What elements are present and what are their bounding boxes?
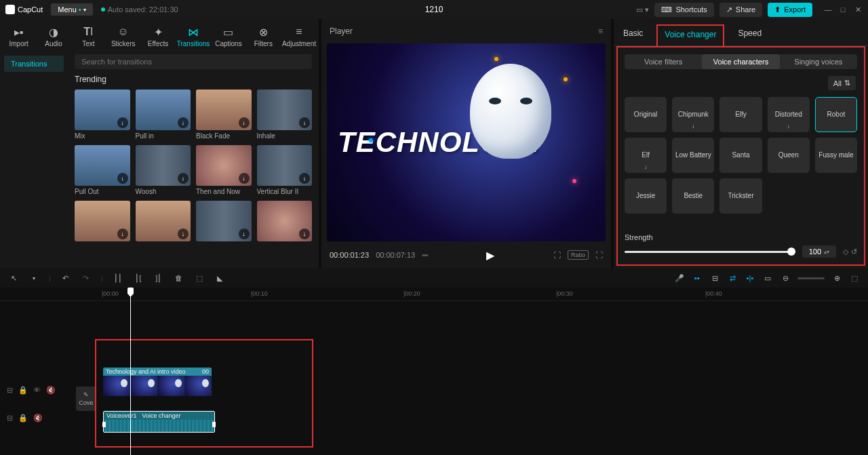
align-icon[interactable]: ⊟ — [709, 273, 720, 283]
voice-robot[interactable]: Robot — [815, 97, 857, 132]
voice-elf[interactable]: Elf↓ — [625, 138, 667, 173]
lock-icon[interactable]: ⊟ — [7, 414, 13, 422]
search-input[interactable] — [75, 54, 312, 69]
split-icon[interactable]: ⎮⎮ — [113, 273, 123, 283]
undo-icon[interactable]: ↶ — [60, 273, 71, 283]
transition-item[interactable]: ↓Mix — [75, 90, 130, 140]
tab-stickers[interactable]: ☺Stickers — [106, 23, 140, 50]
voice-trickster[interactable]: Trickster — [719, 178, 762, 214]
voice-bestie[interactable]: Bestie — [672, 178, 714, 214]
transition-item[interactable]: ↓ — [136, 201, 191, 243]
tab-filters[interactable]: ⊗Filters — [246, 23, 281, 50]
mute-icon[interactable]: 🔇 — [46, 386, 56, 395]
crop-icon[interactable]: ⬚ — [194, 273, 205, 283]
voice-santa[interactable]: Santa — [719, 138, 762, 173]
reset-icon[interactable]: ↺ — [851, 248, 857, 256]
lock-icon[interactable]: ⊟ — [7, 386, 13, 395]
export-button[interactable]: ⬆Export — [768, 3, 812, 17]
select-tool-icon[interactable]: ↖ — [8, 273, 19, 283]
mic-icon[interactable]: 🎤 — [674, 273, 685, 283]
sidebar-item-transitions[interactable]: Transitions — [4, 56, 64, 72]
subtab-singing-voices[interactable]: Singing voices — [780, 54, 857, 69]
strength-value[interactable]: 100▴▾ — [802, 245, 836, 258]
keyframe-icon[interactable]: ◇ — [843, 248, 848, 256]
maximize-icon[interactable]: □ — [838, 5, 848, 14]
split-left-icon[interactable]: ⎮[ — [133, 273, 144, 283]
zoom-in-icon[interactable]: ⊕ — [831, 273, 842, 283]
clip-handle-right[interactable] — [212, 422, 216, 427]
time-current: 00:00:01:23 — [330, 251, 369, 259]
zoom-slider[interactable] — [797, 277, 825, 279]
chevron-down-icon[interactable]: ▾ — [28, 273, 39, 283]
cover-button[interactable]: ✎Cove — [76, 387, 96, 411]
transition-item[interactable]: ↓ — [257, 201, 313, 243]
tab-speed[interactable]: Speed — [735, 24, 764, 45]
voice-low-battery[interactable]: Low Battery — [672, 138, 714, 173]
fullscreen-icon[interactable]: ⛶ — [595, 251, 603, 259]
tab-import[interactable]: ▸▪Import — [1, 23, 36, 50]
play-button[interactable]: ▶ — [486, 249, 494, 262]
link-icon[interactable]: ⇄ — [727, 273, 738, 283]
mute-icon[interactable]: 🔇 — [33, 414, 43, 422]
voice-distorted[interactable]: Distorted↓ — [768, 97, 810, 132]
lock-icon[interactable]: 🔒 — [18, 386, 28, 395]
menu-button[interactable]: Menu•▾ — [51, 3, 92, 16]
tab-transitions[interactable]: ⋈Transitions — [176, 23, 212, 50]
audio-clip[interactable]: Voiceover1Voice changer — [103, 411, 215, 433]
tab-adjustment[interactable]: ≡Adjustment — [281, 23, 317, 50]
redo-icon[interactable]: ↷ — [81, 273, 92, 283]
share-button[interactable]: ↗Share — [719, 3, 762, 17]
transition-item[interactable]: ↓Pull Out — [75, 145, 130, 195]
subtab-voice-characters[interactable]: Voice characters — [702, 54, 779, 69]
tag-icon[interactable]: ◣ — [214, 273, 225, 283]
strength-slider[interactable] — [625, 251, 795, 253]
shortcuts-button[interactable]: ⌨Shortcuts — [654, 3, 713, 17]
tab-basic[interactable]: Basic — [620, 24, 646, 45]
snap-icon[interactable]: ▪▪ — [692, 273, 703, 283]
media-panel: ▸▪Import ◑Audio TIText ☺Stickers ✦Effect… — [0, 19, 319, 269]
timeline[interactable]: |00:00 |00:10 |00:20 |00:30 |00:40 ⊟🔒👁🔇 … — [0, 288, 868, 455]
close-icon[interactable]: ✕ — [853, 5, 863, 14]
fit-icon[interactable]: ⬚ — [849, 273, 860, 283]
transition-item[interactable]: ↓Then and Now — [196, 145, 252, 195]
voice-original[interactable]: Original — [625, 97, 667, 132]
download-icon: ↓ — [692, 123, 694, 130]
split-right-icon[interactable]: ]⎮ — [153, 273, 164, 283]
transition-item[interactable]: ↓Inhale — [257, 90, 313, 140]
transition-item[interactable]: ↓Vertical Blur II — [257, 145, 313, 195]
eye-icon[interactable]: 👁 — [33, 386, 41, 395]
subtab-voice-filters[interactable]: Voice filters — [625, 54, 702, 69]
properties-panel: Basic Voice changer Speed Voice filters … — [614, 19, 868, 269]
tab-effects[interactable]: ✦Effects — [140, 23, 175, 50]
transition-item[interactable]: ↓Pull in — [136, 90, 191, 140]
clip-handle-left[interactable] — [102, 422, 106, 427]
tab-audio[interactable]: ◑Audio — [36, 23, 71, 50]
tab-voice-changer[interactable]: Voice changer — [656, 24, 724, 46]
voice-elfy[interactable]: Elfy — [719, 97, 762, 132]
lock-icon[interactable]: 🔒 — [18, 414, 28, 422]
transition-item[interactable]: ↓Woosh — [136, 145, 191, 195]
video-clip[interactable]: Technology and AI intro video00 — [103, 368, 212, 396]
minimize-icon[interactable]: — — [823, 5, 833, 14]
transition-item[interactable]: ↓ — [75, 201, 130, 243]
scan-icon[interactable]: ⛶ — [553, 251, 561, 259]
tab-text[interactable]: TIText — [71, 23, 106, 50]
transition-item[interactable]: ↓Black Fade — [196, 90, 252, 140]
download-icon: ↓ — [239, 117, 250, 128]
player-menu-icon[interactable]: ≡ — [598, 26, 603, 36]
voice-fussy-male[interactable]: Fussy male — [815, 138, 857, 173]
voice-queen[interactable]: Queen — [768, 138, 810, 173]
playhead[interactable] — [130, 288, 131, 455]
player-viewport[interactable]: TECHNOLOGY — [327, 43, 606, 241]
monitor-icon[interactable]: ▭ — [762, 273, 773, 283]
zoom-out-icon[interactable]: ⊖ — [780, 273, 791, 283]
tab-captions[interactable]: ▭Captions — [211, 23, 245, 50]
preview-icon[interactable]: ▪|▪ — [745, 273, 755, 283]
aspect-icon[interactable]: ▭ ▾ — [636, 5, 649, 14]
delete-icon[interactable]: 🗑 — [174, 273, 184, 283]
transition-item[interactable]: ↓ — [196, 201, 252, 243]
voice-chipmunk[interactable]: Chipmunk↓ — [672, 97, 714, 132]
voice-jessie[interactable]: Jessie — [625, 178, 667, 214]
filter-all-button[interactable]: All⇅ — [828, 76, 856, 90]
ratio-button[interactable]: Ratio — [568, 250, 589, 260]
